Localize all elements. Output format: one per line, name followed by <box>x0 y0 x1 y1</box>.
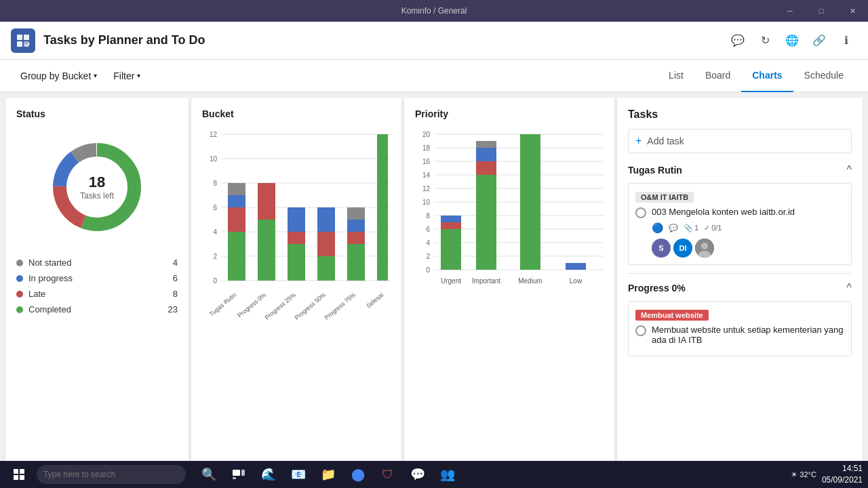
svg-text:8: 8 <box>213 180 217 187</box>
completed-dot <box>16 306 23 313</box>
svg-text:4: 4 <box>213 228 217 236</box>
tugas-rutin-collapse-button[interactable]: ^ <box>846 164 852 176</box>
svg-rect-58 <box>20 469 24 474</box>
svg-text:16: 16 <box>422 158 431 165</box>
main-content: Status 18 Tasks left Not started 4 <box>0 92 868 488</box>
in-progress-count: 6 <box>173 273 178 283</box>
attachment-icon-item: 📎 1 <box>684 224 698 232</box>
taskbar-mail[interactable]: 📧 <box>285 461 312 488</box>
svg-rect-62 <box>241 470 245 476</box>
maximize-button[interactable]: □ <box>806 0 837 22</box>
svg-text:8: 8 <box>426 212 430 220</box>
app-icon <box>11 28 35 53</box>
svg-text:2: 2 <box>213 253 217 260</box>
taskbar-edge[interactable]: 🌊 <box>255 461 282 488</box>
taskbar-teams[interactable]: 👥 <box>434 461 461 488</box>
task-checkbox-2[interactable] <box>635 325 646 336</box>
status-title: Status <box>16 108 178 119</box>
progress-0-title: Progress 0% <box>628 283 686 293</box>
taskbar-skype[interactable]: 💬 <box>404 461 431 488</box>
svg-text:12: 12 <box>422 185 431 192</box>
tab-schedule[interactable]: Schedule <box>793 60 854 92</box>
bucket-bar-1-notstarted <box>228 183 245 195</box>
header-actions: 💬 ↻ 🌐 🔗 ℹ <box>727 30 857 52</box>
not-started-label: Not started <box>28 258 173 268</box>
svg-text:Important: Important <box>472 277 500 285</box>
bucket-title: Bucket <box>202 108 391 119</box>
tab-list[interactable]: List <box>658 60 694 92</box>
in-progress-label: In progress <box>28 273 173 283</box>
tasks-left-number: 18 <box>80 174 114 191</box>
svg-rect-61 <box>233 470 240 476</box>
priority-chart: 20 18 16 14 12 10 8 6 4 2 0 <box>415 127 604 419</box>
priority-bar-2-completed <box>476 175 496 270</box>
taskbar-explorer[interactable]: 📁 <box>315 461 342 488</box>
priority-bar-4-inprogress <box>566 263 586 270</box>
tasks-panel-title: Tasks <box>628 108 852 121</box>
tab-charts[interactable]: Charts <box>741 60 793 92</box>
close-button[interactable]: ✕ <box>837 0 868 22</box>
priority-card: Priority 20 18 16 14 12 10 8 6 4 2 0 <box>404 98 614 483</box>
minimize-button[interactable]: ─ <box>774 0 806 22</box>
svg-point-55 <box>701 243 708 249</box>
taskbar-antivirus[interactable]: 🛡 <box>374 461 401 488</box>
taskbar-right: ☀ 32°C 14:51 05/09/2021 <box>791 463 863 486</box>
task-name-row: 003 Mengelola konten web iaitb.or.id <box>635 207 844 218</box>
taskbar-search[interactable] <box>37 465 186 484</box>
svg-text:Selesai: Selesai <box>365 291 384 310</box>
legend-not-started: Not started 4 <box>16 258 178 268</box>
bucket-bar-5-notstarted <box>347 207 365 220</box>
website-tag: Membuat website <box>635 310 709 321</box>
globe-icon[interactable]: 🌐 <box>781 30 803 52</box>
task-name-row-2: Membuat website untuk setiap kementerian… <box>635 325 844 345</box>
bucket-bar-3-inprogress <box>288 207 305 232</box>
completed-label: Completed <box>28 304 168 314</box>
task-item-website: Membuat website Membuat website untuk se… <box>628 301 852 357</box>
priority-bar-2-notstarted <box>476 141 496 148</box>
bucket-chart: 12 10 8 6 4 2 0 <box>202 127 391 419</box>
add-task-button[interactable]: + Add task <box>628 129 852 153</box>
svg-rect-2 <box>17 41 22 47</box>
refresh-icon[interactable]: ↻ <box>754 30 776 52</box>
chat-icon[interactable]: 💬 <box>727 30 749 52</box>
date: 05/09/2021 <box>822 474 863 486</box>
task-name-2: Membuat website untuk setiap kementerian… <box>652 325 844 345</box>
start-button[interactable] <box>5 461 33 488</box>
info-icon[interactable]: ℹ <box>835 30 857 52</box>
svg-text:2: 2 <box>426 253 430 260</box>
progress-0-collapse-button[interactable]: ^ <box>846 282 852 294</box>
status-icon-item: 🔵 <box>652 222 663 233</box>
link-icon[interactable]: 🔗 <box>808 30 830 52</box>
chevron-down-icon: ▾ <box>94 72 97 79</box>
comment-icon-item: 💬 <box>669 224 678 232</box>
svg-rect-60 <box>20 475 24 480</box>
oam-tag: O&M IT IAITB <box>635 192 694 203</box>
group-by-bucket-dropdown[interactable]: Group by Bucket ▾ <box>14 66 104 85</box>
taskbar-cortana[interactable]: 🔍 <box>195 461 222 488</box>
tab-board[interactable]: Board <box>694 60 741 92</box>
tasks-left-label: Tasks left <box>80 191 114 201</box>
svg-text:Low: Low <box>570 277 583 285</box>
attachment-icon: 📎 <box>684 224 693 232</box>
task-item-oam: O&M IT IAITB 003 Mengelola konten web ia… <box>628 183 852 265</box>
bucket-bar-4-inprogress <box>317 207 335 232</box>
priority-bar-2-inprogress <box>476 148 496 161</box>
task-checkbox[interactable] <box>635 207 646 218</box>
bucket-bar-2-late <box>258 183 275 220</box>
filter-dropdown[interactable]: Filter ▾ <box>106 66 147 85</box>
priority-bar-1-completed <box>441 229 461 270</box>
svg-text:10: 10 <box>422 199 431 206</box>
legend-completed: Completed 23 <box>16 304 178 314</box>
task-avatars: S DI <box>635 239 844 258</box>
window-controls: ─ □ ✕ <box>774 0 868 22</box>
bucket-bar-5-inprogress <box>347 220 365 232</box>
taskbar-task-view[interactable] <box>225 461 252 488</box>
svg-text:20: 20 <box>422 131 431 138</box>
progress-check-icon: ✓ <box>704 224 710 232</box>
bucket-bar-5-completed <box>347 244 365 281</box>
legend-in-progress: In progress 6 <box>16 273 178 283</box>
taskbar-chrome[interactable]: ⬤ <box>344 461 372 488</box>
comment-icon: 💬 <box>669 224 678 232</box>
not-started-count: 4 <box>173 258 178 268</box>
svg-text:0: 0 <box>426 266 430 274</box>
